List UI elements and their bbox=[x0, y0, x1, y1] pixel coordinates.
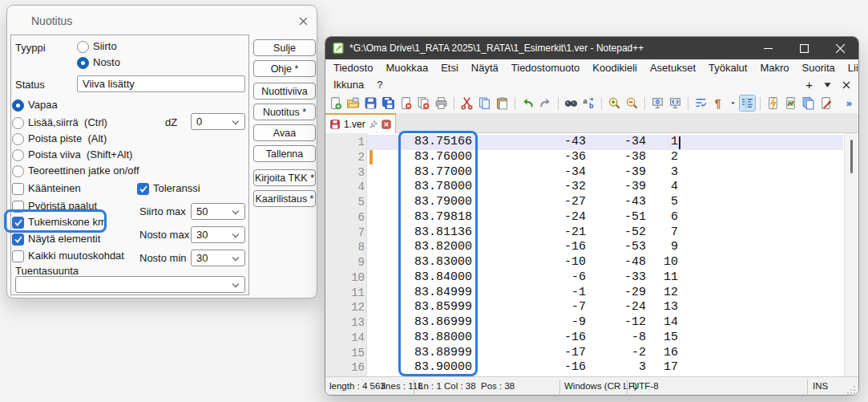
kaarilistaus-button[interactable]: Kaarilistaus * bbox=[253, 190, 316, 207]
editor-line[interactable]: 83.88000-16-815 bbox=[367, 331, 843, 346]
menu-etsi[interactable]: Etsi bbox=[434, 59, 465, 76]
checkbox-toleranssi[interactable] bbox=[137, 183, 149, 195]
status-field[interactable]: Viiva lisätty bbox=[77, 75, 245, 92]
mode-radio-poista-piste-alt[interactable] bbox=[12, 133, 24, 145]
save-all-icon[interactable] bbox=[381, 95, 396, 111]
find-icon[interactable] bbox=[563, 95, 579, 111]
nuottiviiva-button[interactable]: Nuottiviiva bbox=[253, 83, 316, 99]
menu-liitannaiset[interactable]: Liitännäiset bbox=[842, 59, 859, 76]
sync-horizontal-icon[interactable] bbox=[668, 95, 683, 111]
type-radio-nosto[interactable] bbox=[77, 57, 89, 69]
kirjoita-tkk-button[interactable]: Kirjoita TKK * bbox=[253, 169, 316, 186]
checkbox-kaanteinen[interactable] bbox=[12, 183, 24, 195]
tab-1ver[interactable]: 1.ver bbox=[325, 113, 396, 133]
plugin-pen-doc-icon[interactable] bbox=[818, 95, 834, 111]
menu-suorita[interactable]: Suorita bbox=[796, 59, 842, 76]
maximize-button[interactable] bbox=[786, 37, 822, 59]
plugin-lightning-doc-icon[interactable] bbox=[765, 95, 781, 111]
indent-guide-icon[interactable] bbox=[740, 95, 755, 111]
replace-icon[interactable]: ab bbox=[581, 95, 596, 111]
nosto-min-combobox[interactable]: 30 bbox=[191, 250, 245, 266]
menu-tyakalut[interactable]: Työkalut bbox=[702, 59, 753, 76]
plugin-chart-doc-icon[interactable] bbox=[783, 95, 798, 111]
editor-line[interactable]: 83.79000-27-435 bbox=[367, 195, 843, 210]
undo-icon[interactable] bbox=[520, 95, 535, 111]
editor-line[interactable]: 83.85999-7-2413 bbox=[367, 300, 843, 315]
close-tab-icon[interactable] bbox=[382, 120, 391, 129]
save-icon[interactable] bbox=[363, 95, 378, 111]
editor-line[interactable]: 83.76000-36-382 bbox=[367, 150, 843, 165]
copy-icon[interactable] bbox=[477, 95, 492, 111]
sync-vertical-icon[interactable] bbox=[650, 95, 665, 111]
zoom-in-icon[interactable] bbox=[607, 95, 622, 111]
npp-titlebar[interactable]: *G:\Oma Drive\1_RATA 2025\1_RATA\1_Esime… bbox=[325, 37, 858, 59]
editor-line[interactable]: 83.82000-16-539 bbox=[367, 240, 843, 255]
avaa-button[interactable]: Avaa bbox=[253, 124, 316, 141]
tallenna-button[interactable]: Tallenna bbox=[253, 145, 316, 162]
mode-radio-lisaa-siirra-ctrl[interactable] bbox=[12, 117, 24, 129]
tuentasuunta-combobox[interactable] bbox=[15, 276, 245, 293]
editor-line[interactable]: 83.84000-6-3311 bbox=[367, 270, 843, 286]
checkbox-tukemiskone-km[interactable] bbox=[12, 217, 24, 229]
sulje-button[interactable]: Sulje bbox=[253, 39, 316, 56]
plugin-doc-stack-icon[interactable] bbox=[801, 95, 816, 111]
print-icon[interactable] bbox=[434, 95, 449, 111]
close-button[interactable] bbox=[822, 37, 858, 59]
vertical-scrollbar[interactable] bbox=[844, 133, 857, 376]
editor-line[interactable]: 83.84999-1-2912 bbox=[367, 286, 843, 301]
nosto-max-combobox[interactable]: 30 bbox=[191, 226, 245, 243]
new-file-icon[interactable] bbox=[328, 95, 343, 111]
zoom-out-icon[interactable] bbox=[624, 95, 640, 111]
editor-line[interactable]: 83.88999-17-216 bbox=[367, 346, 843, 361]
menu-tiedostomuoto[interactable]: Tiedostomuoto bbox=[505, 59, 587, 76]
close-all-docs-icon[interactable] bbox=[416, 95, 431, 111]
close-doc-icon[interactable] bbox=[398, 95, 414, 111]
menu-muokkaa[interactable]: Muokkaa bbox=[379, 59, 434, 76]
mode-radio-poista-viiva-shift-alt[interactable] bbox=[12, 149, 24, 161]
close-doc-icon[interactable] bbox=[842, 81, 850, 89]
pin-tab-icon[interactable] bbox=[369, 120, 378, 129]
word-wrap-icon[interactable] bbox=[693, 95, 709, 111]
menu-asetukset[interactable]: Asetukset bbox=[644, 59, 702, 76]
editor-line[interactable]: 83.90000-16317 bbox=[367, 360, 843, 376]
editor-line[interactable]: 83.83000-10-4810 bbox=[367, 255, 843, 270]
editor-line[interactable]: 83.86999-9-1214 bbox=[367, 315, 843, 331]
dz-combobox[interactable]: 0 bbox=[191, 113, 245, 130]
editor-line[interactable]: 83.75166-43-341 bbox=[367, 135, 843, 150]
toolbar-overflow-icon[interactable]: » bbox=[846, 97, 852, 109]
paste-icon[interactable] bbox=[495, 95, 510, 111]
menu-ikkuna[interactable]: Ikkuna bbox=[327, 76, 370, 93]
menu-makro[interactable]: Makro bbox=[753, 59, 795, 76]
checkbox-kaikki-muutoskohdat[interactable] bbox=[12, 250, 24, 262]
open-folder-icon[interactable] bbox=[345, 95, 361, 111]
editor-line[interactable]: 83.77000-34-393 bbox=[367, 165, 843, 181]
editor-area[interactable]: 12345678910111213141516 83.75166-43-3418… bbox=[325, 133, 858, 376]
editor-line[interactable]: 83.79818-24-516 bbox=[367, 210, 843, 225]
ohje-button[interactable]: Ohje * bbox=[253, 60, 316, 77]
chars-dropdown-icon[interactable] bbox=[729, 95, 737, 111]
dialog-title: Nuotitus bbox=[31, 14, 72, 27]
checkbox-nayta-elementit[interactable] bbox=[12, 233, 24, 246]
new-tab-plus-icon[interactable]: + bbox=[805, 78, 813, 91]
menu-help[interactable]: ? bbox=[370, 76, 389, 93]
nuotitus-button[interactable]: Nuotitus * bbox=[253, 104, 316, 120]
editor-line[interactable]: 83.78000-32-394 bbox=[367, 180, 843, 195]
redo-icon[interactable] bbox=[538, 95, 553, 111]
type-radio-siirto[interactable] bbox=[77, 41, 89, 53]
editor-line[interactable]: 83.81136-21-527 bbox=[367, 225, 843, 241]
cut-icon[interactable] bbox=[459, 95, 474, 111]
mode-radio-teoreettinen-jatke-on-off[interactable] bbox=[12, 165, 24, 177]
siirto-max-combobox[interactable]: 50 bbox=[191, 203, 245, 220]
menu-koodikieli[interactable]: Koodikieli bbox=[586, 59, 644, 76]
dialog-close-button[interactable] bbox=[296, 14, 310, 28]
menu-tiedosto[interactable]: Tiedosto bbox=[327, 59, 379, 76]
mode-radio-vapaa[interactable] bbox=[12, 99, 24, 112]
show-all-chars-icon[interactable]: ¶ bbox=[711, 95, 726, 111]
tab-list-dropdown-icon[interactable] bbox=[824, 82, 831, 88]
resize-grip-icon[interactable] bbox=[846, 385, 856, 395]
scrollbar-thumb[interactable] bbox=[850, 140, 853, 173]
menu-nayta[interactable]: Näytä bbox=[465, 59, 505, 76]
minimize-button[interactable] bbox=[750, 37, 786, 59]
checkbox-pyarista-paalut[interactable] bbox=[12, 201, 24, 213]
status-insert-mode[interactable]: INS bbox=[813, 381, 828, 391]
